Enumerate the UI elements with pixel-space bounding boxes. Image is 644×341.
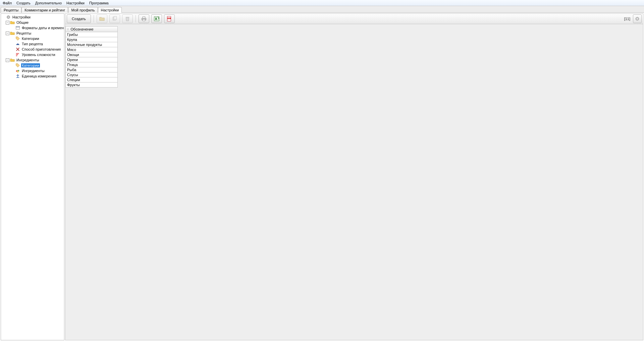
delete-button[interactable] bbox=[122, 14, 133, 23]
cell-name: Мясо bbox=[66, 47, 118, 52]
cell-name: Птица bbox=[66, 62, 118, 67]
tree-item-cooking-method[interactable]: Способ приготовления bbox=[1, 47, 64, 52]
excel-icon bbox=[154, 16, 160, 22]
column-header-label: Обозначение bbox=[71, 27, 94, 31]
folder-icon bbox=[10, 31, 15, 36]
menu-file[interactable]: Файл bbox=[1, 1, 13, 5]
tab-comments-rating[interactable]: Комментарии и рейтинг bbox=[21, 7, 68, 13]
cell-name: Крупа bbox=[66, 37, 118, 42]
trash-icon bbox=[124, 16, 130, 22]
svg-rect-3 bbox=[16, 26, 20, 27]
tree-label: Способ приготовления bbox=[21, 47, 61, 51]
spacer-icon bbox=[11, 74, 15, 78]
cell-name: Соусы bbox=[66, 72, 118, 77]
tree-label: Форматы даты и времени bbox=[21, 26, 64, 30]
record-count: [11] bbox=[624, 17, 630, 21]
spacer-icon bbox=[2, 15, 5, 19]
tab-strip: Рецепты Комментарии и рейтинг Мой профил… bbox=[0, 6, 644, 13]
bars-icon bbox=[15, 52, 20, 57]
collapse-icon[interactable]: − bbox=[6, 32, 9, 35]
table-row[interactable]: Молочные продукты bbox=[66, 42, 118, 47]
copy-icon bbox=[112, 16, 118, 22]
cell-name: Фрукты bbox=[66, 82, 118, 88]
svg-rect-14 bbox=[125, 17, 129, 18]
settings-tree[interactable]: Настройки − Общие Форматы даты и времени… bbox=[1, 13, 64, 340]
folder-open-icon bbox=[99, 16, 105, 22]
menu-bar: Файл Создать Дополнительно Настройки Про… bbox=[0, 0, 644, 6]
sort-ascending-icon: ↑ bbox=[67, 27, 69, 31]
table-row[interactable]: Мясо bbox=[66, 47, 118, 52]
svg-rect-17 bbox=[143, 19, 145, 21]
table-row[interactable]: Рыба bbox=[66, 67, 118, 72]
tree-label: Категории bbox=[21, 37, 40, 41]
menu-settings[interactable]: Настройки bbox=[65, 1, 86, 5]
spacer-icon bbox=[11, 42, 15, 46]
tag-icon bbox=[15, 36, 20, 41]
svg-rect-13 bbox=[114, 16, 116, 20]
column-header-name[interactable]: ↑ Обозначение bbox=[66, 26, 118, 32]
table-row[interactable]: Грибы bbox=[66, 32, 118, 37]
gear-icon bbox=[635, 16, 640, 21]
tab-my-profile[interactable]: Мой профиль bbox=[68, 7, 98, 13]
tab-settings[interactable]: Настройки bbox=[98, 7, 122, 13]
spacer-icon bbox=[11, 37, 15, 41]
toolbar: Создать PDF bbox=[65, 13, 643, 24]
tree-item-units[interactable]: Единица измерения bbox=[1, 73, 64, 79]
svg-rect-6 bbox=[16, 53, 19, 54]
cell-name: Орехи bbox=[66, 57, 118, 62]
menu-advanced[interactable]: Дополнительно bbox=[34, 1, 63, 5]
tree-item-recipe-type[interactable]: Тип рецепта bbox=[1, 41, 64, 47]
scale-icon bbox=[15, 74, 20, 78]
tree-label: Настройки bbox=[12, 15, 31, 19]
folder-icon bbox=[10, 58, 15, 62]
tree-item-recipe-categories[interactable]: Категории bbox=[1, 36, 64, 41]
categories-grid[interactable]: ↑ Обозначение ГрибыКрупаМолочные продукт… bbox=[65, 26, 118, 88]
cell-name: Грибы bbox=[66, 32, 118, 37]
tree-group-general[interactable]: − Общие bbox=[1, 20, 64, 25]
pdf-icon: PDF bbox=[166, 16, 172, 22]
tree-label: Ингредиенты bbox=[16, 58, 40, 62]
tree-item-ingredient-categories[interactable]: Категории bbox=[1, 63, 64, 68]
table-row[interactable]: Птица bbox=[66, 62, 118, 67]
svg-point-23 bbox=[637, 18, 638, 19]
collapse-icon[interactable]: − bbox=[6, 58, 9, 62]
tree-group-recipes[interactable]: − Рецепты bbox=[1, 31, 64, 36]
table-row[interactable]: Овощи bbox=[66, 52, 118, 57]
tree-label: Общие bbox=[16, 20, 29, 24]
tag-icon bbox=[15, 63, 20, 68]
toolbar-separator bbox=[136, 15, 136, 22]
tree-root-settings[interactable]: Настройки bbox=[1, 14, 64, 20]
copy-button[interactable] bbox=[109, 14, 120, 23]
svg-text:PDF: PDF bbox=[167, 18, 170, 19]
svg-rect-16 bbox=[143, 17, 145, 18]
svg-rect-8 bbox=[16, 56, 17, 56]
open-button[interactable] bbox=[97, 14, 107, 23]
tab-recipes[interactable]: Рецепты bbox=[1, 7, 21, 13]
tree-item-date-formats[interactable]: Форматы даты и времени bbox=[1, 25, 64, 31]
menu-create[interactable]: Создать bbox=[15, 1, 32, 5]
grid-settings-button[interactable] bbox=[633, 14, 642, 23]
svg-rect-7 bbox=[16, 54, 18, 55]
table-row[interactable]: Фрукты bbox=[66, 82, 118, 88]
print-button[interactable] bbox=[139, 14, 149, 23]
export-pdf-button[interactable]: PDF bbox=[164, 14, 175, 23]
table-row[interactable]: Специи bbox=[66, 77, 118, 82]
cell-name: Овощи bbox=[66, 52, 118, 57]
tree-item-difficulty[interactable]: Уровень сложности bbox=[1, 52, 64, 57]
svg-point-1 bbox=[8, 17, 9, 18]
calendar-icon bbox=[15, 25, 20, 30]
tree-group-ingredients[interactable]: − Ингредиенты bbox=[1, 57, 64, 63]
tree-item-ingredients[interactable]: Ингредиенты bbox=[1, 68, 64, 73]
printer-icon bbox=[141, 16, 147, 22]
menu-program[interactable]: Программа bbox=[88, 1, 110, 5]
table-row[interactable]: Соусы bbox=[66, 72, 118, 77]
table-row[interactable]: Орехи bbox=[66, 57, 118, 62]
toolbar-separator bbox=[94, 15, 94, 22]
create-button[interactable]: Создать bbox=[67, 14, 91, 23]
collapse-icon[interactable]: − bbox=[6, 21, 9, 24]
table-row[interactable]: Крупа bbox=[66, 37, 118, 42]
export-excel-button[interactable] bbox=[151, 14, 162, 23]
cell-name: Специи bbox=[66, 77, 118, 82]
spacer-icon bbox=[11, 69, 15, 73]
gear-icon bbox=[6, 15, 11, 19]
